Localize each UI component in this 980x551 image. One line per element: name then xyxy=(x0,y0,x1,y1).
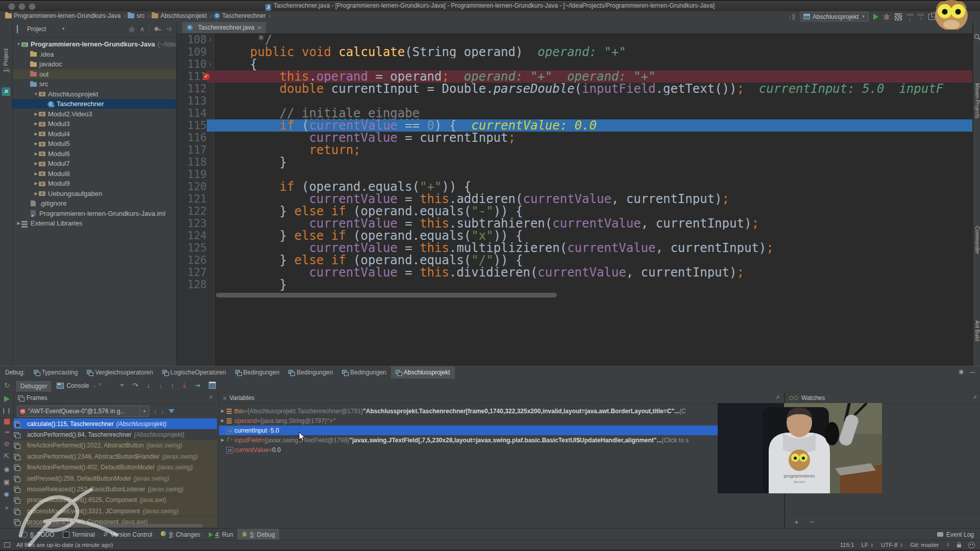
close-icon[interactable]: ✕ xyxy=(257,25,261,31)
frame-row[interactable]: actionPerformed():2346, AbstractButton$H… xyxy=(14,451,217,462)
screenshot-icon[interactable]: ◉ xyxy=(4,465,9,473)
code-line-111[interactable]: 111✓ this.operand = operand; operand: "+… xyxy=(177,70,972,83)
float-panel-icon[interactable]: ⇗ xyxy=(973,394,977,400)
code-line-119[interactable]: 119 xyxy=(177,168,972,181)
code-line-113[interactable]: 113 xyxy=(177,95,972,107)
variable-expand-arrow[interactable]: ▶ xyxy=(219,438,226,442)
breadcrumb-item[interactable]: Abschlussprojekt› xyxy=(152,12,212,19)
tree-expand-arrow[interactable]: ▼ xyxy=(16,39,21,49)
view-breakpoints-button[interactable]: ●● xyxy=(5,430,9,435)
code-line-115[interactable]: 115 if (currentValue == 0) { currentValu… xyxy=(177,119,972,132)
tree-item-modul4[interactable]: ▶Modul4 xyxy=(13,129,176,139)
debug-tab-typencasting[interactable]: Typencasting xyxy=(29,366,83,379)
resume-button[interactable] xyxy=(4,396,10,402)
frame-row[interactable]: mouseReleased():252, BasicButtonListener… xyxy=(14,484,217,494)
mute-breakpoints-button[interactable]: ⊘ xyxy=(4,440,10,447)
code-line-127[interactable]: 127 currentValue = this.dividieren(curre… xyxy=(177,266,972,279)
breadcrumb-item[interactable]: CTaschenrechner› xyxy=(214,12,271,19)
code-line-114[interactable]: 114 // initiale eingabe xyxy=(177,107,972,119)
line-separator-widget[interactable]: LF ⇕ xyxy=(862,542,874,548)
previous-frame-icon[interactable]: ↑ xyxy=(154,408,157,415)
frame-row[interactable]: calculate():115, Taschenrechner (Abschlu… xyxy=(14,418,217,429)
event-log-button[interactable]: Event Log xyxy=(937,531,974,538)
run-configuration-select[interactable]: Abschlussprojekt ▼ xyxy=(800,12,869,21)
code-line-109[interactable]: 109 public void calculate(String operand… xyxy=(177,46,972,58)
editor-tab-taschenrechner[interactable]: C Taschenrechner.java ✕ xyxy=(182,22,266,33)
code-line-124[interactable]: 124 } else if (operand.equals("x")) { xyxy=(177,230,972,242)
tree-item-javadoc[interactable]: javadoc xyxy=(13,59,176,69)
step-over-icon[interactable]: ↷ xyxy=(133,382,138,389)
add-watch-button[interactable]: + xyxy=(794,517,799,526)
code-line-118[interactable]: 118 } xyxy=(177,156,972,168)
tree-item-modul2-video3[interactable]: ▶Modul2.Video3 xyxy=(13,109,176,119)
tool-button-ant-build[interactable]: Ant Build xyxy=(974,320,980,341)
frame-row[interactable]: setPressed():259, DefaultButtonModel (ja… xyxy=(14,473,217,484)
drop-frame-icon[interactable]: ⤓ xyxy=(183,381,186,389)
step-into-icon[interactable]: ↓ xyxy=(147,382,151,389)
code-line-122[interactable]: 122 } else if (operand.equals("-")) { xyxy=(177,205,972,217)
code-line-116[interactable]: 116 currentValue = currentInput; xyxy=(177,132,972,144)
lock-icon[interactable] xyxy=(957,544,961,547)
tree-item--gitignore[interactable]: .gitignore xyxy=(13,198,176,208)
tree-expand-arrow[interactable]: ▶ xyxy=(33,119,39,129)
float-panel-icon[interactable]: ⇗ xyxy=(776,394,780,400)
variable-row-operand[interactable]: ▶operand = {java.lang.String@1797} "+" xyxy=(219,416,784,425)
debug-button[interactable] xyxy=(883,13,890,20)
tree-item-src[interactable]: src xyxy=(13,79,176,89)
code-line-126[interactable]: 126 } else if (operand.equals("/")) { xyxy=(177,254,972,266)
git-branch-widget[interactable]: Git: master xyxy=(910,542,939,548)
frame-row[interactable]: actionPerformed():84, Taschenrechner (Ab… xyxy=(14,429,217,440)
code-line-121[interactable]: 121 currentValue = this.addieren(current… xyxy=(177,193,972,205)
tool-button--debug[interactable]: 5: Debug xyxy=(237,529,279,540)
tool-button-project[interactable]: 1: Project xyxy=(3,48,9,72)
code-line-108[interactable]: 108∧ */ xyxy=(177,34,972,46)
tool-button-maven-projects[interactable]: Maven Projects xyxy=(974,83,980,118)
tree-expand-arrow[interactable]: ▶ xyxy=(33,139,39,148)
code-line-117[interactable]: 117 return; xyxy=(177,144,972,156)
tool-button--changes[interactable]: 9: Changes xyxy=(156,529,204,540)
frames-scrollbar[interactable] xyxy=(29,524,203,528)
tree-item-programmieren-lernen-grundkurs-java-iml[interactable]: Programmieren-lernen-Grundkurs-Java.iml xyxy=(13,209,176,218)
more-icon[interactable]: » xyxy=(5,504,8,511)
project-panel-title[interactable]: Project xyxy=(27,26,46,33)
tool-button-version-control[interactable]: ⇵Version Control xyxy=(99,529,156,540)
rerun-icon[interactable]: ↻ xyxy=(4,381,10,389)
float-panel-icon[interactable]: ⇗ xyxy=(209,394,213,400)
tree-item-taschenrechner[interactable]: Taschenrechner xyxy=(13,99,176,109)
tree-expand-arrow[interactable]: ▶ xyxy=(33,109,39,119)
locate-file-icon[interactable]: ◎ xyxy=(129,26,134,33)
step-out-icon[interactable]: ↑ xyxy=(171,382,175,389)
tree-item-out[interactable]: out xyxy=(13,69,176,79)
evaluate-expression-icon[interactable] xyxy=(209,382,216,389)
tree-item-uebungsaufgaben[interactable]: ▶Uebungsaufgaben xyxy=(13,189,176,198)
tool-button--todo[interactable]: 6: TODO xyxy=(17,529,59,540)
sort-icon[interactable]: ↓011001 xyxy=(789,14,795,20)
code-line-128[interactable]: 128 } xyxy=(177,279,972,291)
debug-tab-bedingungen[interactable]: Bedingungen xyxy=(284,366,337,379)
debug-tab-bedingungen[interactable]: Bedingungen xyxy=(337,366,391,379)
code-line-123[interactable]: 123 currentValue = this.subtrahieren(cur… xyxy=(177,217,972,230)
remove-watch-button[interactable]: − xyxy=(810,517,815,526)
tree-item-abschlussprojekt[interactable]: ▼Abschlussprojekt xyxy=(13,89,176,99)
minimize-icon[interactable]: ─ xyxy=(970,368,975,376)
toggle-toolbuttons-icon[interactable] xyxy=(4,542,10,547)
next-frame-icon[interactable]: ↓ xyxy=(161,408,165,415)
breadcrumb-item[interactable]: Programmieren-lernen-Grundkurs-Java› xyxy=(5,12,126,19)
tree-expand-arrow[interactable]: ▶ xyxy=(16,218,21,228)
caret-position[interactable]: 115:1 xyxy=(840,542,854,548)
tree-item-modul8[interactable]: ▶Modul8 xyxy=(13,169,176,179)
run-to-cursor-icon[interactable]: ⇥ xyxy=(194,382,200,389)
tree-item-modul9[interactable]: ▶Modul9 xyxy=(13,179,176,188)
horizontal-scrollbar[interactable] xyxy=(216,293,557,297)
tool-button--run[interactable]: 4: Run xyxy=(205,529,237,540)
chevron-down-icon[interactable]: ▼ xyxy=(139,406,149,416)
hide-panel-icon[interactable]: ⊣ xyxy=(166,26,171,33)
variable-expand-arrow[interactable]: ▶ xyxy=(219,418,226,423)
breadcrumb-item[interactable]: src› xyxy=(128,12,150,19)
tree-item-modul7[interactable]: ▶Modul7 xyxy=(13,159,176,168)
search-icon[interactable] xyxy=(974,34,980,40)
encoding-widget[interactable]: UTF-8 ⇕ xyxy=(881,542,903,548)
tool-button-terminal[interactable]: Terminal xyxy=(59,529,99,540)
tree-expand-arrow[interactable]: ▶ xyxy=(33,159,39,168)
layout-icon[interactable]: ▣ xyxy=(4,478,10,486)
